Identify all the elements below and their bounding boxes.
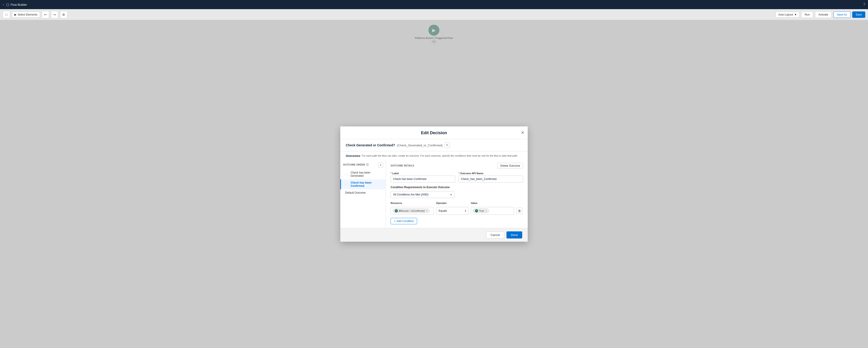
delete-col: 🗑 (516, 208, 523, 214)
operator-header-label: Operator (436, 202, 446, 204)
outcome-details-header: OUTCOME DETAILS Delete Outcome (391, 163, 523, 169)
label-field-label: * Label (391, 172, 455, 175)
resource-header-label: Resource (391, 202, 402, 204)
activate-button[interactable]: Activate (815, 11, 832, 18)
api-name-field-label: * Outcome API Name (459, 172, 523, 175)
outcome-details-panel: OUTCOME DETAILS Delete Outcome * Label (386, 159, 528, 228)
run-button[interactable]: Run (801, 11, 813, 18)
info-icon: ⓘ (366, 163, 369, 167)
condition-req-label: Condition Requirements to Execute Outcom… (391, 186, 523, 189)
done-button[interactable]: Done (506, 231, 522, 238)
operator-col: Equals Does Not Equal Contains ▼ (436, 207, 468, 215)
resource-pill: ⚬ $Record > isConfirmed × (393, 208, 429, 213)
modal-footer: Cancel Done (340, 228, 528, 242)
default-outcome-item[interactable]: Default Outcome (340, 189, 386, 196)
auto-layout-label: Auto-Layout (778, 13, 793, 16)
redo-button[interactable]: ↪ (51, 11, 58, 18)
help-icon[interactable]: ? (863, 2, 865, 7)
settings-button[interactable]: ⚙ (60, 11, 67, 18)
condition-row: ⚬ $Record > isConfirmed × Equals (391, 207, 523, 215)
value-pill-input[interactable]: ⚬ True × (471, 207, 514, 215)
auto-layout-button[interactable]: Auto-Layout ▼ (776, 12, 800, 18)
delete-row-icon: 🗑 (518, 209, 521, 213)
drag-handle-icon: ⋮⋮ (344, 173, 349, 176)
label-api-row: * Label * Outcome API Name (391, 172, 523, 182)
resource-pill-text: $Record > isConfirmed (399, 209, 425, 212)
resource-col: ⚬ $Record > isConfirmed × (391, 207, 434, 215)
api-name-group: * Outcome API Name (459, 172, 523, 182)
resource-pill-close[interactable]: × (426, 209, 427, 212)
outcomes-list-panel: OUTCOME ORDER ⓘ + ⋮⋮ Check has been Gene… (340, 159, 386, 228)
modal-body: OUTCOME ORDER ⓘ + ⋮⋮ Check has been Gene… (340, 159, 528, 228)
edit-decision-modal: Edit Decision × Check Generated or Confi… (340, 126, 528, 241)
outcome-order-label: OUTCOME ORDER (343, 164, 365, 166)
condition-req-select[interactable]: All Conditions Are Met (AND) Any Conditi… (391, 191, 455, 198)
modal-title: Edit Decision (421, 130, 447, 135)
operator-select[interactable]: Equals Does Not Equal Contains (436, 207, 468, 215)
add-condition-button[interactable]: + Add Condition (391, 218, 417, 224)
value-header-label: Value (471, 202, 477, 204)
edit-pencil-icon: ✎ (446, 144, 448, 147)
label-input[interactable] (391, 176, 455, 182)
value-pill-close[interactable]: × (486, 209, 487, 212)
logo-icon: ▢ (6, 3, 9, 6)
api-name-input[interactable] (459, 176, 523, 182)
outcomes-label: Outcomes (346, 154, 361, 157)
outcome-item-confirmed[interactable]: ⋮⋮ Check has been Confirmed (340, 179, 386, 189)
required-star-label: * (391, 172, 392, 175)
outcome-generated-label: Check has been Generated (350, 171, 383, 177)
edit-name-button[interactable]: ✎ (444, 142, 450, 148)
modal-close-button[interactable]: × (521, 129, 524, 136)
add-outcome-button[interactable]: + (378, 162, 383, 167)
outcomes-header: Outcomes For each path the flow can take… (340, 151, 528, 159)
resource-pill-icon: ⚬ (395, 209, 398, 212)
operator-select-wrapper: Equals Does Not Equal Contains ▼ (436, 207, 468, 215)
decision-api-name: (Check_Generated_or_Confirmed) (397, 144, 443, 147)
value-pill-text: True (479, 209, 484, 212)
save-as-button[interactable]: Save As (834, 11, 850, 18)
decision-name-row: Check Generated or Confirmed? (Check_Gen… (340, 139, 528, 151)
default-outcome-label: Default Outcome (345, 191, 366, 194)
add-condition-plus-icon: + (394, 220, 396, 223)
cancel-button[interactable]: Cancel (486, 231, 504, 238)
decision-name: Check Generated or Confirmed? (346, 143, 395, 147)
outcome-order-header: OUTCOME ORDER ⓘ + (340, 162, 386, 169)
value-pill-icon: ⚬ (475, 209, 478, 212)
canvas-toggle-button[interactable]: □ (3, 11, 10, 18)
back-icon[interactable]: ‹ (3, 2, 4, 7)
delete-outcome-button[interactable]: Delete Outcome (497, 163, 523, 169)
resource-pill-input[interactable]: ⚬ $Record > isConfirmed × (391, 207, 434, 215)
select-elements-button[interactable]: ▶ Select Elements (12, 12, 40, 18)
outcome-item-generated[interactable]: ⋮⋮ Check has been Generated (340, 169, 386, 179)
outcome-confirmed-label: Check has been Confirmed (350, 181, 383, 187)
save-button[interactable]: Save (852, 11, 865, 18)
value-col: ⚬ True × (471, 207, 514, 215)
add-outcome-plus-icon: + (380, 163, 381, 167)
select-elements-icon: ▶ (14, 13, 17, 16)
undo-button[interactable]: ↩ (42, 11, 49, 18)
modal-header: Edit Decision × (340, 126, 528, 139)
delete-condition-button[interactable]: 🗑 (516, 208, 523, 214)
condition-req-select-wrapper: All Conditions Are Met (AND) Any Conditi… (391, 191, 455, 198)
label-group: * Label (391, 172, 455, 182)
app-title: Flow Builder (10, 3, 27, 6)
select-elements-label: Select Elements (18, 13, 37, 16)
condition-req-group: Condition Requirements to Execute Outcom… (391, 186, 523, 198)
add-condition-label: Add Condition (397, 220, 414, 223)
required-star-api: * (459, 172, 459, 175)
outcomes-desc: For each path the flow can take, create … (362, 154, 522, 157)
toolbar: □ ▶ Select Elements ↩ ↪ ⚙ Auto-Layout ▼ … (0, 9, 868, 20)
auto-layout-chevron: ▼ (794, 13, 797, 16)
top-nav: ‹ ▢ Flow Builder ? (0, 0, 868, 9)
value-pill: ⚬ True × (473, 208, 489, 213)
modal-overlay: Edit Decision × Check Generated or Confi… (0, 20, 868, 348)
condition-headers: Resource Operator Value (391, 201, 523, 205)
outcome-details-label: OUTCOME DETAILS (391, 165, 414, 167)
canvas: ▶ Platform Event—Triggered Flow Start Ed… (0, 20, 868, 348)
drag-handle-icon-confirmed: ⋮⋮ (344, 183, 349, 186)
app-logo: ▢ Flow Builder (6, 3, 27, 6)
